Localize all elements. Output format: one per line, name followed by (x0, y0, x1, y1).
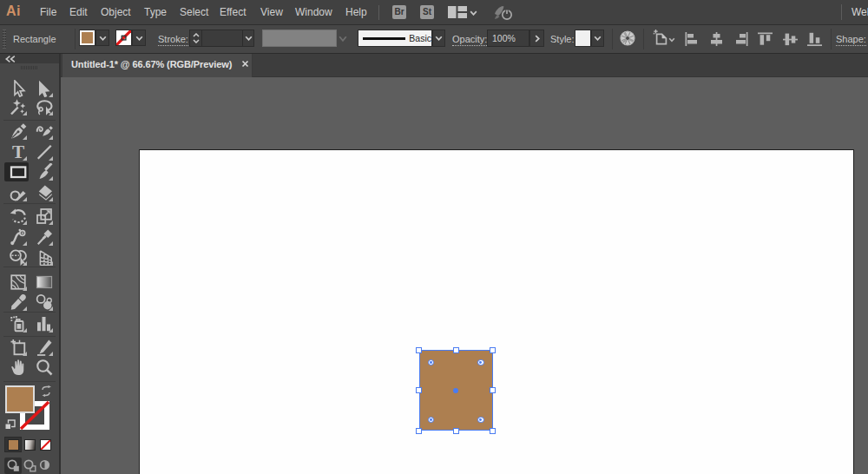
svg-text:T: T (12, 143, 24, 161)
